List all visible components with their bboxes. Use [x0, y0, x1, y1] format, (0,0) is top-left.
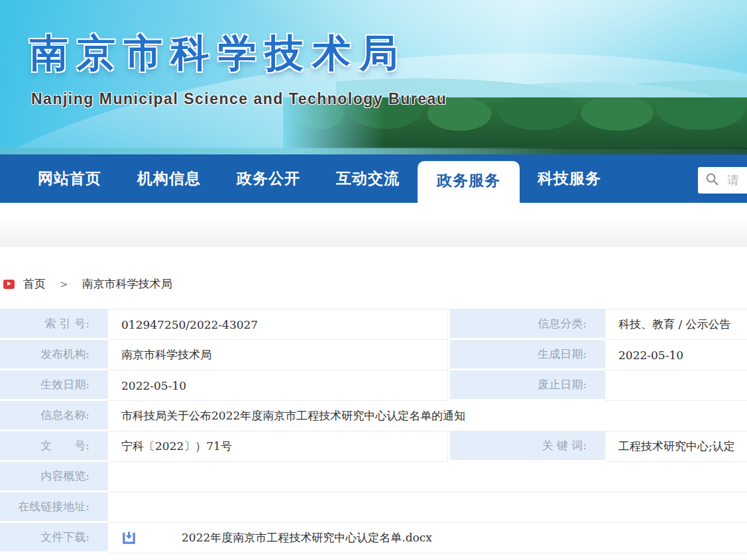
breadcrumb-play-icon	[3, 280, 15, 289]
document-info-table: 索 引 号: 012947250/2022-43027 信息分类: 科技、教育 …	[0, 309, 747, 553]
online-link-value	[108, 492, 747, 523]
breadcrumb: 首页 > 南京市科学技术局	[3, 276, 747, 292]
info-category-value: 科技、教育 / 公示公告	[605, 309, 747, 340]
nav-item-home[interactable]: 网站首页	[20, 154, 119, 203]
content-overview-label: 内容概览:	[0, 462, 108, 492]
site-banner: 南京市科学技术局 Nanjing Municipal Science and T…	[0, 0, 747, 154]
download-file-link[interactable]: 2022年度南京市工程技术研究中心认定名单.docx	[182, 530, 432, 545]
expiry-date-value	[605, 370, 747, 401]
site-title: 南京市科学技术局	[30, 28, 406, 80]
nav-item-tech-service[interactable]: 科技服务	[520, 154, 619, 203]
table-row-file-download: 文件下载: 2022年度南京市工程技术研究中心认定名单.docx	[0, 523, 747, 553]
table-row-online-link: 在线链接地址:	[0, 492, 747, 523]
generate-date-value: 2022-05-10	[605, 340, 747, 370]
banner-water-decoration	[0, 148, 747, 154]
effective-date-label: 生效日期:	[0, 370, 108, 401]
keywords-label: 关 键 词:	[448, 431, 605, 462]
effective-date-value: 2022-05-10	[108, 370, 448, 401]
publisher-label: 发布机构:	[0, 340, 108, 370]
table-row-info-name: 信息名称: 市科技局关于公布2022年度南京市工程技术研究中心认定名单的通知	[0, 401, 747, 431]
content-overview-value	[108, 462, 747, 492]
info-category-label: 信息分类:	[448, 309, 605, 340]
doc-number-label: 文 号:	[0, 431, 108, 462]
download-icon[interactable]	[121, 530, 137, 545]
nav-item-gov-service-active[interactable]: 政务服务	[418, 161, 520, 203]
nav-item-org-info[interactable]: 机构信息	[119, 154, 219, 203]
search-icon	[705, 172, 719, 189]
nav-subband	[0, 203, 747, 247]
keywords-value: 工程技术研究中心;认定	[605, 431, 747, 462]
info-name-value: 市科技局关于公布2022年度南京市工程技术研究中心认定名单的通知	[108, 401, 747, 431]
breadcrumb-separator: >	[60, 278, 68, 290]
table-row-content-overview: 内容概览:	[0, 462, 747, 492]
search-box[interactable]	[698, 167, 747, 194]
table-row-effective-date: 生效日期: 2022-05-10 废止日期:	[0, 370, 747, 401]
page: 南京市科学技术局 Nanjing Municipal Science and T…	[0, 0, 747, 560]
online-link-label: 在线链接地址:	[0, 492, 108, 523]
file-download-label: 文件下载:	[0, 523, 108, 553]
table-row-doc-number: 文 号: 宁科〔2022〕）71号 关 键 词: 工程技术研究中心;认定	[0, 431, 747, 462]
index-number-value: 012947250/2022-43027	[108, 309, 448, 340]
search-input[interactable]	[727, 174, 747, 188]
table-row-publisher: 发布机构: 南京市科学技术局 生成日期: 2022-05-10	[0, 340, 747, 370]
expiry-date-label: 废止日期:	[448, 370, 605, 401]
doc-number-value: 宁科〔2022〕）71号	[108, 431, 448, 462]
table-row-index: 索 引 号: 012947250/2022-43027 信息分类: 科技、教育 …	[0, 309, 747, 340]
generate-date-label: 生成日期:	[448, 340, 605, 370]
breadcrumb-current: 南京市科学技术局	[82, 276, 172, 292]
publisher-value: 南京市科学技术局	[108, 340, 448, 370]
breadcrumb-home-link[interactable]: 首页	[23, 276, 46, 292]
main-navigation: 网站首页 机构信息 政务公开 互动交流 政务服务 科技服务	[0, 154, 747, 203]
nav-item-interaction[interactable]: 互动交流	[318, 154, 418, 203]
file-download-cell: 2022年度南京市工程技术研究中心认定名单.docx	[108, 523, 747, 553]
info-name-label: 信息名称:	[0, 401, 108, 431]
nav-item-gov-open[interactable]: 政务公开	[219, 154, 318, 203]
site-subtitle-english: Nanjing Municipal Science and Technology…	[31, 90, 447, 108]
index-number-label: 索 引 号:	[0, 309, 108, 340]
